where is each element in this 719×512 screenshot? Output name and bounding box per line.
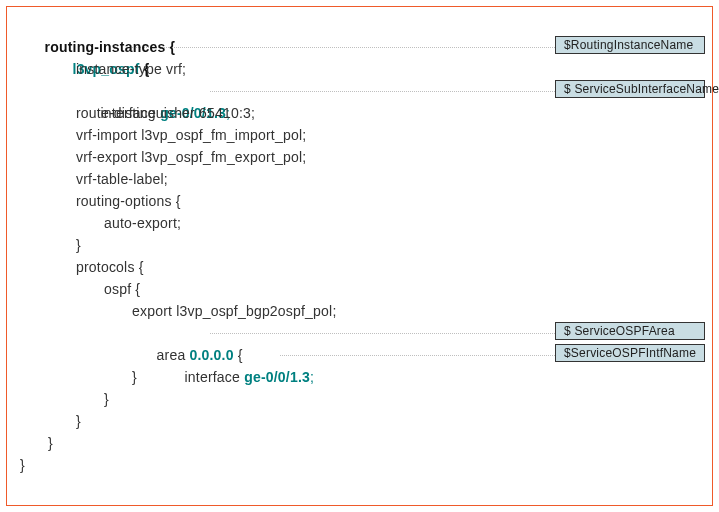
line-vrf-import: vrf-import l3vp_ospf_fm_import_pol; (76, 127, 306, 143)
line-export-pol: export l3vp_ospf_bgp2ospf_pol; (132, 303, 336, 319)
service-ospf-intf-name: ge-0/0/1.3 (244, 369, 310, 385)
line-vrf-export: vrf-export l3vp_ospf_fm_export_pol; (76, 149, 306, 165)
label-service-ospf-intf-name: $ServiceOSPFIntfName (555, 344, 705, 362)
line-close-instance: } (48, 435, 53, 451)
line-close-area: } (132, 369, 137, 385)
line-close-protocols: } (76, 413, 81, 429)
text: { (234, 347, 243, 363)
document-canvas: routing-instances { l3vp_ospf { instance… (0, 0, 719, 512)
line-instance-type: instance-type vrf; (76, 61, 186, 77)
label-service-ospf-area: $ ServiceOSPFArea (555, 322, 705, 340)
line-rd: route-distinguisher 65410:3; (76, 105, 255, 121)
line-auto-export: auto-export; (104, 215, 181, 231)
service-ospf-area: 0.0.0.0 (189, 347, 233, 363)
label-routing-instance-name: $RoutingInstanceName (555, 36, 705, 54)
label-text: $RoutingInstanceName (564, 38, 693, 52)
line-protocols: protocols { (76, 259, 144, 275)
text: interface (185, 369, 245, 385)
config-code-block: routing-instances { l3vp_ospf { instance… (20, 14, 336, 476)
line-area: area 0.0.0.0 { (20, 322, 336, 344)
line-interface-sub: interface ge-0/0/1.3; (20, 80, 336, 102)
line-vrf-table-label: vrf-table-label; (76, 171, 168, 187)
label-text: $ ServiceSubInterfaceName (564, 82, 719, 96)
text: ; (310, 369, 314, 385)
line-close-routing-options: } (76, 237, 81, 253)
line-routing-instances: routing-instances { (20, 14, 336, 36)
line-routing-options: routing-options { (76, 193, 181, 209)
label-text: $ServiceOSPFIntfName (564, 346, 696, 360)
text: area (157, 347, 190, 363)
text: routing-instances { (45, 39, 176, 55)
line-close-ospf: } (104, 391, 109, 407)
label-text: $ ServiceOSPFArea (564, 324, 675, 338)
label-service-sub-interface-name: $ ServiceSubInterfaceName (555, 80, 705, 98)
line-close-routing-instances: } (20, 457, 25, 473)
line-ospf: ospf { (104, 281, 140, 297)
